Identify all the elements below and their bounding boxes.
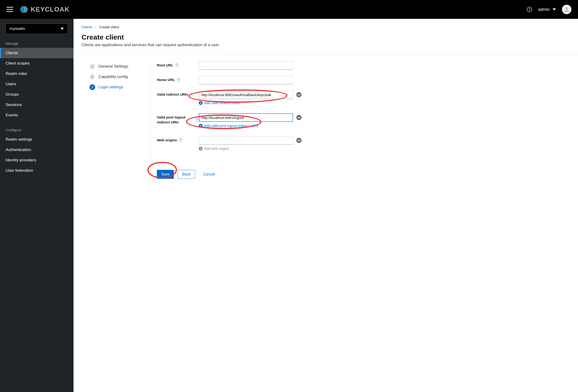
avatar[interactable] xyxy=(562,5,571,14)
help-tooltip-icon[interactable]: ? xyxy=(179,138,183,142)
step-number: 1 xyxy=(90,64,95,69)
back-button[interactable]: Back xyxy=(178,170,195,179)
help-tooltip-icon[interactable]: ? xyxy=(195,118,199,122)
redirect-uris-label: Valid redirect URIs ? xyxy=(157,91,199,97)
login-settings-form: Root URL ? Home URL ? xyxy=(151,61,570,186)
svg-rect-6 xyxy=(297,140,300,141)
help-icon[interactable]: ? xyxy=(527,7,532,12)
step-general-settings[interactable]: 1 General Settings xyxy=(90,61,146,72)
minus-icon xyxy=(297,140,300,141)
breadcrumb: Clients › Create client xyxy=(82,25,570,29)
step-label: General Settings xyxy=(98,64,128,69)
remove-logout-uri-button[interactable] xyxy=(296,115,301,120)
logout-uris-label: Valid post logout redirect URIs ? xyxy=(157,113,199,125)
sidebar-item-events[interactable]: Events xyxy=(0,110,73,120)
redirect-uri-input[interactable] xyxy=(199,91,293,99)
step-number: 2 xyxy=(90,74,95,80)
svg-point-3 xyxy=(566,7,568,10)
app-header: KEYCLOAK ? admin xyxy=(0,0,578,19)
web-origins-label: Web origins ? xyxy=(157,136,199,143)
step-label: Capability config xyxy=(98,74,128,79)
chevron-right-icon: › xyxy=(95,25,96,29)
step-capability-config[interactable]: 2 Capability config xyxy=(90,72,146,82)
user-menu[interactable]: admin xyxy=(538,7,556,12)
home-url-input[interactable] xyxy=(199,76,293,84)
sidebar-item-user-federation[interactable]: User federation xyxy=(0,165,73,176)
plus-circle-icon: + xyxy=(199,147,202,150)
logout-uri-input[interactable] xyxy=(199,113,293,122)
help-tooltip-icon[interactable]: ? xyxy=(175,63,179,67)
keycloak-icon xyxy=(20,5,28,14)
user-icon xyxy=(564,6,570,12)
sidebar-item-realm-roles[interactable]: Realm roles xyxy=(0,69,73,79)
sidebar-heading-configure: Configure xyxy=(0,125,73,134)
step-number: 3 xyxy=(90,84,95,90)
add-logout-uri-link[interactable]: + Add valid post logout redirect URIs xyxy=(199,124,561,128)
sidebar-item-clients[interactable]: Clients xyxy=(0,48,73,58)
remove-redirect-uri-button[interactable] xyxy=(296,92,301,97)
caret-down-icon xyxy=(553,8,556,11)
svg-rect-4 xyxy=(297,95,300,95)
plus-circle-icon: + xyxy=(199,101,202,105)
save-button[interactable]: Save xyxy=(157,170,174,179)
sidebar-item-groups[interactable]: Groups xyxy=(0,89,73,100)
sidebar-item-sessions[interactable]: Sessions xyxy=(0,100,73,110)
wizard-footer: Save Back Cancel xyxy=(157,165,561,186)
minus-icon xyxy=(297,95,300,95)
sidebar-item-users[interactable]: Users xyxy=(0,79,73,89)
caret-down-icon xyxy=(60,27,64,30)
breadcrumb-parent[interactable]: Clients xyxy=(82,25,92,29)
sidebar-item-authentication[interactable]: Authentication xyxy=(0,145,73,155)
minus-icon xyxy=(297,117,300,118)
wizard-steps: 1 General Settings 2 Capability config 3… xyxy=(90,61,151,186)
plus-circle-icon: + xyxy=(199,124,202,128)
root-url-input[interactable] xyxy=(199,61,293,70)
add-redirect-uri-link[interactable]: + Add valid redirect URIs xyxy=(199,101,561,105)
user-menu-label: admin xyxy=(538,7,550,12)
root-url-label: Root URL ? xyxy=(157,61,199,68)
breadcrumb-current: Create client xyxy=(99,25,119,29)
help-tooltip-icon[interactable]: ? xyxy=(177,78,180,82)
svg-rect-5 xyxy=(297,117,300,118)
header-left: KEYCLOAK xyxy=(7,5,69,14)
sidebar-heading-manage: Manage xyxy=(0,38,73,48)
sidebar-item-identity-providers[interactable]: Identity providers xyxy=(0,155,73,165)
sidebar: myrealm Manage Clients Client scopes Rea… xyxy=(0,19,73,392)
help-tooltip-icon[interactable]: ? xyxy=(190,93,193,96)
header-right: ? admin xyxy=(527,5,571,14)
main-content: Clients › Create client Create client Cl… xyxy=(73,19,578,392)
brand-logo[interactable]: KEYCLOAK xyxy=(20,5,69,14)
step-login-settings[interactable]: 3 Login settings xyxy=(90,82,146,92)
home-url-label: Home URL ? xyxy=(157,76,199,82)
hamburger-menu-button[interactable] xyxy=(7,7,13,12)
cancel-button[interactable]: Cancel xyxy=(199,170,219,179)
remove-web-origin-button[interactable] xyxy=(296,138,301,143)
add-web-origin-link[interactable]: + Add web origins xyxy=(199,147,561,150)
web-origin-input[interactable] xyxy=(199,136,293,145)
brand-text: KEYCLOAK xyxy=(31,6,69,13)
sidebar-item-client-scopes[interactable]: Client scopes xyxy=(0,58,73,69)
page-description: Clients are applications and services th… xyxy=(82,43,570,47)
page-title: Create client xyxy=(82,33,570,41)
step-label: Login settings xyxy=(98,85,123,90)
realm-selector-label: myrealm xyxy=(10,26,25,31)
sidebar-item-realm-settings[interactable]: Realm settings xyxy=(0,134,73,145)
realm-selector[interactable]: myrealm xyxy=(6,24,68,34)
